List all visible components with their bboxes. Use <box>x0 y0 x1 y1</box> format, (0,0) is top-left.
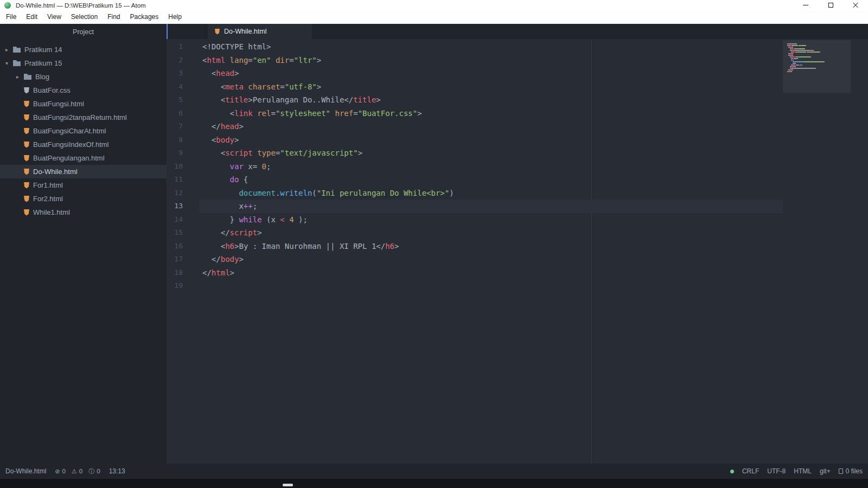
menu-item-file[interactable]: File <box>1 10 21 24</box>
code-line-16[interactable]: <h6>By : Iman Nurohman || XI RPL 1</h6> <box>202 240 783 253</box>
tab-label: Do-While.html <box>224 28 267 35</box>
line-number: 18 <box>167 266 183 280</box>
tree-item-label: While1.html <box>33 208 70 216</box>
cursor-position[interactable]: 13:13 <box>109 467 125 475</box>
window-title: Do-While.html — D:\WEB\Pratikum 15 — Ato… <box>16 2 146 9</box>
changed-files-count: 0 files <box>846 467 863 475</box>
menu-item-selection[interactable]: Selection <box>66 10 103 24</box>
git-changed-files[interactable]: 0 files <box>839 467 863 475</box>
html-file-icon <box>24 169 29 175</box>
minimap-visible-area[interactable] <box>783 40 851 93</box>
tree-item-buatfungsi-html[interactable]: BuatFungsi.html <box>0 97 167 111</box>
taskbar-strip <box>0 479 868 488</box>
code-line-1[interactable]: <!DOCTYPE html> <box>202 40 783 54</box>
pane-accent-line <box>167 24 168 39</box>
main-area: Project ▸Pratikum 14▾Pratikum 15▸BlogBua… <box>0 24 868 464</box>
info-counter[interactable]: ⓘ 0 <box>88 467 100 476</box>
code-line-6[interactable]: <link rel="stylesheet" href="BuatFor.css… <box>202 107 783 120</box>
tree-item-label: Pratikum 15 <box>24 59 62 67</box>
file-tree: ▸Pratikum 14▾Pratikum 15▸BlogBuatFor.css… <box>0 43 167 219</box>
close-icon <box>852 2 859 9</box>
menu-bar: FileEditViewSelectionFindPackagesHelp <box>0 10 868 24</box>
html-file-icon <box>24 142 29 148</box>
tree-item-label: Blog <box>35 73 49 81</box>
code-line-19[interactable] <box>202 279 783 293</box>
code-line-4[interactable]: <meta charset="utf-8"> <box>202 80 783 94</box>
html-file-icon <box>24 182 29 189</box>
code-area[interactable]: <!DOCTYPE html><html lang="en" dir="ltr"… <box>199 40 783 464</box>
editor[interactable]: 12345678910111213141516171819 <!DOCTYPE … <box>167 39 868 464</box>
warning-counter[interactable]: ⚠ 0 <box>72 468 82 475</box>
error-icon: ⊘ <box>55 468 60 475</box>
tree-item-label: BuatFungsiIndexOf.html <box>33 140 108 149</box>
code-line-7[interactable]: </head> <box>202 120 783 133</box>
code-line-5[interactable]: <title>Perulangan Do..While</title> <box>202 93 783 107</box>
status-file-name: Do-While.html <box>5 467 46 475</box>
close-button[interactable] <box>843 0 868 10</box>
menu-item-packages[interactable]: Packages <box>125 10 164 24</box>
minimap[interactable] <box>783 40 868 464</box>
tree-item-label: BuatFungsiCharAt.html <box>33 127 106 135</box>
code-line-18[interactable]: </html> <box>202 266 783 280</box>
maximize-button[interactable] <box>818 0 843 10</box>
tree-item-buatfor-css[interactable]: BuatFor.css <box>0 84 167 97</box>
chevron-down-icon[interactable]: ▾ <box>5 60 13 66</box>
sync-status-icon[interactable] <box>730 470 734 473</box>
tree-item-buatfungsiindexof-html[interactable]: BuatFungsiIndexOf.html <box>0 138 167 151</box>
tree-item-pratikum-15[interactable]: ▾Pratikum 15 <box>0 56 167 70</box>
status-bar: Do-While.html ⊘ 0 ⚠ 0 ⓘ 0 13:13 CRLF <box>0 464 868 479</box>
code-line-17[interactable]: </body> <box>202 253 783 266</box>
html-file-icon <box>24 114 29 121</box>
tree-item-label: BuatFungsi2tanpaReturn.html <box>33 113 127 121</box>
code-line-2[interactable]: <html lang="en" dir="ltr"> <box>202 54 783 67</box>
menu-item-find[interactable]: Find <box>103 10 125 24</box>
menu-item-help[interactable]: Help <box>163 10 187 24</box>
code-line-10[interactable]: var x= 0; <box>202 160 783 174</box>
code-line-12[interactable]: document.writeln("Ini perulangan Do Whil… <box>202 187 783 200</box>
error-counter[interactable]: ⊘ 0 <box>55 468 66 475</box>
line-number: 2 <box>167 54 183 67</box>
line-number: 9 <box>167 146 183 160</box>
chevron-right-icon[interactable]: ▸ <box>16 74 24 80</box>
line-number: 17 <box>167 253 183 266</box>
project-sidebar: Project ▸Pratikum 14▾Pratikum 15▸BlogBua… <box>0 24 167 464</box>
encoding-indicator[interactable]: UTF-8 <box>767 467 786 475</box>
code-line-15[interactable]: </script> <box>202 226 783 240</box>
line-number: 7 <box>167 120 183 133</box>
html-file-icon <box>24 155 29 162</box>
chevron-right-icon[interactable]: ▸ <box>5 47 13 53</box>
tree-item-pratikum-14[interactable]: ▸Pratikum 14 <box>0 43 167 56</box>
window-controls <box>793 0 868 10</box>
code-line-3[interactable]: <head> <box>202 67 783 80</box>
line-number: 14 <box>167 213 183 227</box>
tree-item-blog[interactable]: ▸Blog <box>0 70 167 84</box>
atom-icon <box>4 2 11 9</box>
tree-item-label: For1.html <box>33 181 63 189</box>
tree-item-do-while-html[interactable]: Do-While.html <box>0 165 167 178</box>
git-plus-indicator[interactable]: git+ <box>820 467 831 475</box>
css-file-icon <box>24 87 29 94</box>
line-number: 3 <box>167 67 183 80</box>
code-line-8[interactable]: <body> <box>202 133 783 147</box>
tab-do-while-html[interactable]: Do-While.html <box>208 24 312 39</box>
line-number: 13 <box>167 200 183 213</box>
code-line-11[interactable]: do { <box>202 173 783 187</box>
grammar-indicator[interactable]: HTML <box>794 467 812 475</box>
menu-item-view[interactable]: View <box>42 10 66 24</box>
code-line-14[interactable]: } while (x < 4 ); <box>202 213 783 227</box>
code-line-9[interactable]: <script type="text/javascript"> <box>202 146 783 160</box>
html-file-icon <box>215 29 220 35</box>
line-ending-indicator[interactable]: CRLF <box>742 467 759 475</box>
tree-item-buatpengulangan-html[interactable]: BuatPengulangan.html <box>0 151 167 165</box>
tree-item-while1-html[interactable]: While1.html <box>0 206 167 219</box>
file-icon <box>839 468 843 474</box>
tree-item-buatfungsi2tanpareturn-html[interactable]: BuatFungsi2tanpaReturn.html <box>0 111 167 124</box>
html-file-icon <box>24 196 29 202</box>
tree-item-for2-html[interactable]: For2.html <box>0 192 167 206</box>
menu-item-edit[interactable]: Edit <box>21 10 42 24</box>
tree-item-for1-html[interactable]: For1.html <box>0 178 167 192</box>
minimize-button[interactable] <box>793 0 818 10</box>
warning-count: 0 <box>79 468 82 474</box>
tree-item-buatfungsicharat-html[interactable]: BuatFungsiCharAt.html <box>0 124 167 138</box>
code-line-13[interactable]: x++; <box>199 200 783 213</box>
